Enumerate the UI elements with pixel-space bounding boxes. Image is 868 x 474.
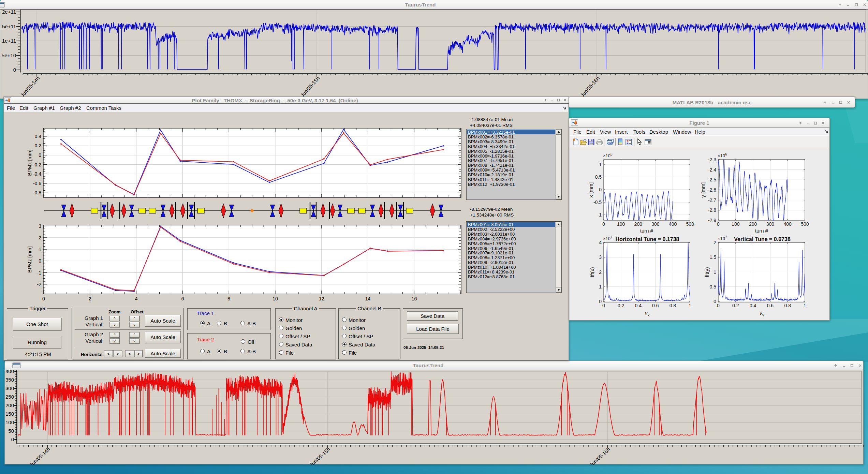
svg-text:Jun/05-15h: Jun/05-15h	[308, 446, 331, 465]
svg-text:Jun/05-14h: Jun/05-14h	[19, 75, 41, 98]
svg-text:ν: ν	[760, 310, 762, 316]
svg-text:0.4: 0.4	[750, 303, 756, 308]
svg-text:2: 2	[89, 296, 91, 301]
svg-text:-0.8: -0.8	[33, 190, 41, 195]
svg-text:400: 400	[784, 221, 792, 227]
svg-text:1: 1	[599, 162, 602, 167]
svg-text:0: 0	[717, 303, 720, 308]
svg-text:×107: ×107	[603, 235, 613, 241]
svg-text:5e+10: 5e+10	[2, 53, 16, 58]
svg-text:0: 0	[13, 67, 16, 73]
svg-text:350: 350	[5, 377, 14, 383]
svg-text:Jun/05-15h: Jun/05-15h	[299, 75, 321, 98]
svg-text:turn #: turn #	[640, 228, 653, 234]
svg-text:200: 200	[634, 221, 643, 227]
svg-text:0.8: 0.8	[784, 303, 791, 308]
svg-text:200: 200	[5, 402, 14, 408]
svg-text:-2.8: -2.8	[708, 207, 716, 213]
svg-text:-2.7: -2.7	[708, 197, 716, 203]
svg-text:300: 300	[651, 221, 660, 227]
svg-text:-0.6: -0.6	[33, 181, 41, 186]
svg-text:×106: ×106	[603, 152, 613, 158]
svg-text:BPMz [mm]: BPMz [mm]	[27, 246, 32, 273]
svg-text:Horizontal Tune = 0.1738: Horizontal Tune = 0.1738	[616, 236, 679, 242]
svg-text:8: 8	[227, 296, 230, 301]
svg-text:10: 10	[273, 296, 278, 301]
svg-text:16: 16	[412, 296, 417, 301]
svg-text:2: 2	[713, 240, 716, 245]
svg-text:0.2: 0.2	[732, 303, 739, 308]
svg-text:100: 100	[617, 221, 625, 227]
svg-text:0.5: 0.5	[710, 284, 717, 290]
svg-text:14: 14	[365, 296, 371, 301]
svg-text:0: 0	[713, 299, 716, 304]
svg-text:1e+11: 1e+11	[2, 38, 16, 44]
svg-text:-1: -1	[598, 212, 602, 218]
svg-text:-2.5: -2.5	[708, 177, 716, 182]
svg-text:0: 0	[11, 436, 14, 442]
svg-text:0: 0	[602, 303, 605, 308]
svg-text:400: 400	[669, 221, 677, 227]
svg-text:1: 1	[39, 247, 41, 252]
svg-text:1: 1	[599, 284, 602, 290]
svg-text:0: 0	[39, 152, 41, 158]
svg-text:200: 200	[749, 221, 757, 227]
svg-text:0.6: 0.6	[767, 303, 774, 308]
svg-text:6: 6	[181, 296, 184, 301]
svg-text:×107: ×107	[718, 235, 727, 241]
svg-text:0.8: 0.8	[670, 303, 676, 308]
svg-text:0: 0	[42, 296, 45, 301]
svg-text:y: y	[762, 313, 764, 317]
svg-text:1: 1	[713, 269, 716, 275]
svg-text:-2.4: -2.4	[708, 167, 716, 173]
svg-text:Jun/05-16h: Jun/05-16h	[588, 446, 611, 465]
svg-text:3: 3	[39, 223, 41, 229]
svg-text:400: 400	[5, 370, 14, 374]
svg-text:100: 100	[5, 419, 14, 425]
svg-text:fft(y): fft(y)	[704, 267, 710, 277]
svg-text:x [mm]: x [mm]	[588, 182, 594, 198]
svg-text:0.2: 0.2	[618, 303, 624, 308]
svg-text:300: 300	[5, 385, 14, 391]
svg-text:BPMx [mm]: BPMx [mm]	[27, 149, 32, 176]
svg-text:150: 150	[5, 411, 14, 417]
svg-text:Jun/05-16h: Jun/05-16h	[579, 75, 601, 98]
svg-text:ν: ν	[645, 310, 648, 316]
svg-text:2e+11: 2e+11	[2, 10, 16, 15]
svg-text:100: 100	[732, 221, 740, 227]
svg-text:250: 250	[5, 394, 14, 400]
svg-text:300: 300	[766, 221, 775, 227]
svg-text:-1: -1	[37, 270, 42, 276]
svg-text:-2.3: -2.3	[708, 157, 716, 162]
svg-text:1: 1	[804, 303, 806, 308]
svg-text:1: 1	[689, 303, 691, 308]
svg-text:-0.5: -0.5	[593, 199, 602, 205]
svg-text:500: 500	[801, 221, 809, 227]
svg-text:1.5e+11: 1.5e+11	[0, 24, 16, 29]
svg-text:0.4: 0.4	[35, 134, 42, 139]
svg-text:0: 0	[602, 221, 605, 227]
svg-text:4: 4	[135, 296, 138, 301]
svg-text:0: 0	[599, 299, 602, 304]
svg-text:0: 0	[717, 221, 720, 227]
svg-text:Vertical Tune = 0.6738: Vertical Tune = 0.6738	[734, 236, 791, 242]
svg-text:2: 2	[599, 269, 602, 275]
svg-text:0: 0	[39, 258, 41, 264]
svg-text:500: 500	[686, 221, 694, 227]
svg-text:0.5: 0.5	[595, 174, 602, 180]
svg-text:y [mm]: y [mm]	[700, 182, 706, 198]
svg-text:0: 0	[599, 187, 602, 192]
svg-text:turn #: turn #	[755, 228, 768, 234]
svg-text:-0.4: -0.4	[33, 171, 41, 177]
svg-text:-2.6: -2.6	[708, 187, 716, 193]
svg-text:x: x	[648, 313, 650, 317]
svg-text:-2.9: -2.9	[708, 218, 716, 223]
svg-text:0.6: 0.6	[652, 303, 659, 308]
svg-text:50: 50	[8, 428, 14, 434]
svg-text:0.4: 0.4	[635, 303, 642, 308]
svg-text:0.2: 0.2	[35, 143, 42, 148]
svg-text:×106: ×106	[718, 152, 727, 158]
svg-text:2: 2	[39, 235, 41, 240]
svg-text:fft(x): fft(x)	[589, 267, 595, 277]
svg-text:-0.2: -0.2	[33, 162, 41, 167]
